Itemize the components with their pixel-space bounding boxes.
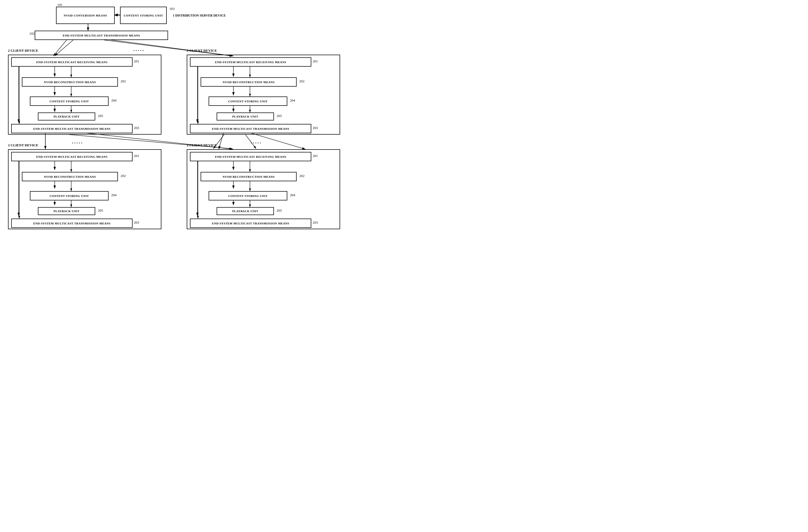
server-transmission-label: END-SYSTEM MULTICAST TRANSMISSION MEANS <box>63 34 140 37</box>
br-ref-201: 201 <box>313 154 318 158</box>
server-transmission-box: END-SYSTEM MULTICAST TRANSMISSION MEANS <box>35 31 168 40</box>
tr-content-box: CONTENT STORING UNIT <box>208 96 287 106</box>
tr-receiving-box: END-SYSTEM MULTICAST RECEIVING MEANS <box>190 57 311 66</box>
br-playback-label: PLAYBACK UNIT <box>232 209 258 213</box>
tl-receiving-label: END-SYSTEM MULTICAST RECEIVING MEANS <box>36 60 108 64</box>
tr-nvod-box: NVOD RECONSTRUCTION MEANS <box>201 77 297 87</box>
bl-ref-201: 201 <box>134 154 139 158</box>
svg-line-3 <box>55 39 75 56</box>
ref-102: 102 <box>29 32 35 36</box>
tr-transmission-label: END-SYSTEM MULTICAST TRANSMISSION MEANS <box>212 127 290 130</box>
client-label-bottom-left: 2 CLIENT DEVICE <box>8 143 38 147</box>
tl-playback-label: PLAYBACK UNIT <box>54 115 79 118</box>
br-ref-203: 203 <box>313 221 318 225</box>
client-top-left-container: END-SYSTEM MULTICAST RECEIVING MEANS 201… <box>8 55 161 135</box>
br-ref-205: 205 <box>277 208 282 213</box>
tr-ref-201: 201 <box>313 59 318 63</box>
tl-ref-205a: 205 <box>98 114 103 118</box>
br-transmission-label: END-SYSTEM MULTICAST TRANSMISSION MEANS <box>212 222 290 225</box>
tr-ref-203: 203 <box>313 126 318 130</box>
svg-line-49 <box>104 40 232 56</box>
nvod-conversion-label: NVOD CONVERSION MEANS <box>64 14 107 17</box>
dots-mid-left: ..... <box>72 139 84 145</box>
tl-ref-202a: 202 <box>121 79 126 83</box>
tl-transmission-label: END-SYSTEM MULTICAST TRANSMISSION MEANS <box>33 127 111 130</box>
tr-nvod-label: NVOD RECONSTRUCTION MEANS <box>222 80 275 84</box>
tl-playback-box: PLAYBACK UNIT <box>38 113 95 120</box>
br-transmission-box: END-SYSTEM MULTICAST TRANSMISSION MEANS <box>190 218 311 228</box>
tl-nvod-box: NVOD RECONSTRUCTION MEANS <box>22 77 118 87</box>
client-label-top-right: 2 CLIENT DEVICE <box>187 49 217 53</box>
svg-line-48 <box>53 40 67 56</box>
br-receiving-label: END-SYSTEM MULTICAST RECEIVING MEANS <box>215 155 286 158</box>
tl-transmission-box: END-SYSTEM MULTICAST TRANSMISSION MEANS <box>11 124 133 133</box>
bl-content-box: CONTENT STORING UNIT <box>30 191 109 201</box>
distribution-server-label: 1 DISTRIBUTION SERVER DEVICE <box>173 13 226 18</box>
client-label-bottom-right: 2 CLIENT DEVICE <box>187 143 217 147</box>
bl-receiving-label: END-SYSTEM MULTICAST RECEIVING MEANS <box>36 155 108 158</box>
tl-receiving-box: END-SYSTEM MULTICAST RECEIVING MEANS <box>11 57 133 66</box>
dots-top: ..... <box>133 46 145 52</box>
tr-playback-box: PLAYBACK UNIT <box>217 113 274 120</box>
ref-103: 103 <box>169 7 175 11</box>
tl-ref-203a: 203 <box>134 126 139 130</box>
tr-transmission-box: END-SYSTEM MULTICAST TRANSMISSION MEANS <box>190 124 311 133</box>
tl-content-box: CONTENT STORING UNIT <box>30 96 109 106</box>
br-ref-202: 202 <box>299 174 305 178</box>
dots-mid-right: ..... <box>251 139 262 145</box>
bl-transmission-label: END-SYSTEM MULTICAST TRANSMISSION MEANS <box>33 222 111 225</box>
diagram: NVOD CONVERSION MEANS 101 CONTENT STORIN… <box>0 0 404 266</box>
tl-ref-204a: 204 <box>111 98 116 102</box>
bl-playback-label: PLAYBACK UNIT <box>54 209 79 213</box>
bl-receiving-box: END-SYSTEM MULTICAST RECEIVING MEANS <box>11 152 133 161</box>
tr-ref-202: 202 <box>299 79 305 83</box>
br-receiving-box: END-SYSTEM MULTICAST RECEIVING MEANS <box>190 152 311 161</box>
br-content-label: CONTENT STORING UNIT <box>228 194 268 197</box>
bl-nvod-box: NVOD RECONSTRUCTION MEANS <box>22 172 118 181</box>
client-top-right-container: END-SYSTEM MULTICAST RECEIVING MEANS 201… <box>187 55 340 135</box>
bl-nvod-label: NVOD RECONSTRUCTION MEANS <box>44 175 96 178</box>
tl-ref-201a: 201 <box>134 59 139 63</box>
br-nvod-label: NVOD RECONSTRUCTION MEANS <box>222 175 275 178</box>
br-content-box: CONTENT STORING UNIT <box>208 191 287 201</box>
bl-transmission-box: END-SYSTEM MULTICAST TRANSMISSION MEANS <box>11 218 133 228</box>
bl-ref-204: 204 <box>111 193 116 197</box>
tl-nvod-label: NVOD RECONSTRUCTION MEANS <box>44 80 96 84</box>
server-content-storing-box: CONTENT STORING UNIT <box>120 7 167 24</box>
br-ref-204: 204 <box>290 193 295 197</box>
client-label-top-left: 2 CLIENT DEVICE <box>8 49 38 53</box>
tr-playback-label: PLAYBACK UNIT <box>232 115 258 118</box>
bl-ref-203: 203 <box>134 221 139 225</box>
bl-ref-205: 205 <box>98 208 103 213</box>
bl-playback-box: PLAYBACK UNIT <box>38 207 95 215</box>
client-bottom-left-container: END-SYSTEM MULTICAST RECEIVING MEANS 201… <box>8 149 161 229</box>
tr-ref-204: 204 <box>290 98 295 102</box>
ref-101: 101 <box>57 3 63 7</box>
nvod-conversion-box: NVOD CONVERSION MEANS <box>56 7 115 24</box>
bl-ref-202: 202 <box>121 174 126 178</box>
tl-content-label: CONTENT STORING UNIT <box>50 100 89 103</box>
server-content-label: CONTENT STORING UNIT <box>124 14 163 17</box>
bl-content-label: CONTENT STORING UNIT <box>50 194 89 197</box>
tr-ref-205: 205 <box>277 114 282 118</box>
br-playback-box: PLAYBACK UNIT <box>217 207 274 215</box>
tr-content-label: CONTENT STORING UNIT <box>228 100 268 103</box>
br-nvod-box: NVOD RECONSTRUCTION MEANS <box>201 172 297 181</box>
client-bottom-right-container: END-SYSTEM MULTICAST RECEIVING MEANS 201… <box>187 149 340 229</box>
tr-receiving-label: END-SYSTEM MULTICAST RECEIVING MEANS <box>215 60 286 64</box>
svg-line-4 <box>102 39 234 56</box>
